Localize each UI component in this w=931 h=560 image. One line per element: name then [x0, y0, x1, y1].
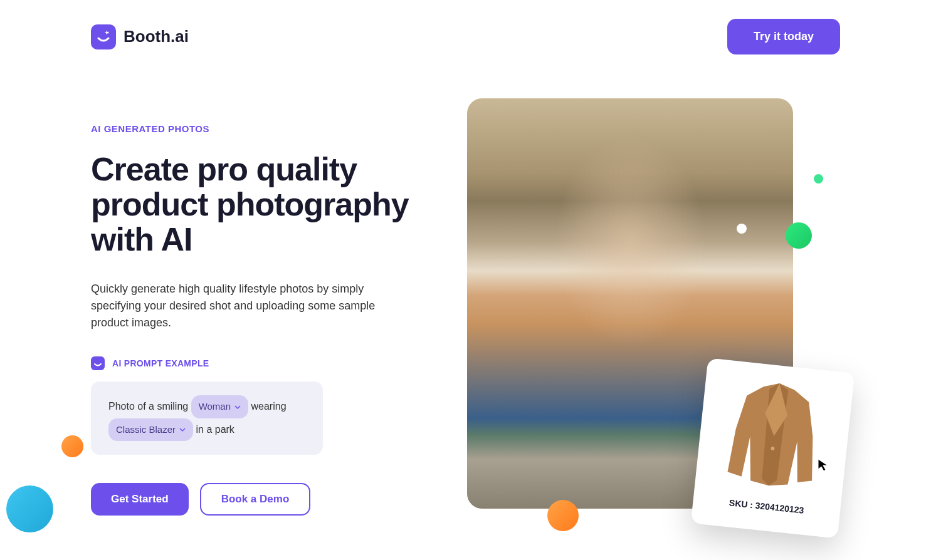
prompt-text: Photo of a smiling — [108, 401, 188, 412]
eyebrow-text: AI GENERATED PHOTOS — [91, 123, 423, 134]
prompt-icon — [91, 356, 105, 370]
chevron-down-icon — [234, 404, 241, 410]
decorative-dot — [786, 222, 812, 249]
logo-icon — [91, 24, 116, 49]
logo-text: Booth.ai — [124, 27, 189, 46]
product-sku-card: SKU : 3204120123 — [691, 358, 855, 539]
prompt-text: wearing — [251, 401, 287, 412]
blazer-image — [706, 371, 843, 502]
page-headline: Create pro quality product photography w… — [91, 152, 423, 257]
get-started-button[interactable]: Get Started — [91, 483, 189, 516]
decorative-dot — [6, 485, 53, 532]
cursor-icon — [817, 458, 831, 472]
page-description: Quickly generate high quality lifestyle … — [91, 281, 386, 331]
decorative-dot — [61, 435, 83, 457]
prompt-example-box: Photo of a smiling Woman wearing Classic… — [91, 381, 323, 455]
chip-product[interactable]: Classic Blazer — [108, 418, 193, 442]
decorative-dot — [737, 224, 747, 234]
logo[interactable]: Booth.ai — [91, 24, 189, 49]
book-demo-button[interactable]: Book a Demo — [200, 483, 311, 516]
decorative-dot — [814, 174, 823, 184]
chevron-down-icon — [179, 427, 186, 433]
chip-subject[interactable]: Woman — [191, 395, 248, 418]
try-it-button[interactable]: Try it today — [727, 19, 840, 54]
decorative-dot — [547, 500, 579, 531]
prompt-label: AI PROMPT EXAMPLE — [112, 358, 209, 368]
prompt-text: in a park — [196, 424, 234, 435]
